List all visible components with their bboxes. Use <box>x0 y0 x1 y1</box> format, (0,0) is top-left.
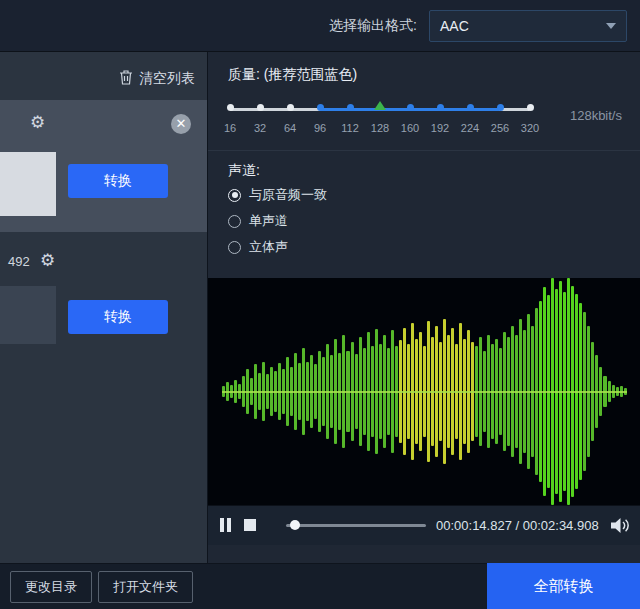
quality-marker-icon[interactable] <box>374 101 386 110</box>
tick-label: 96 <box>305 122 335 134</box>
tick-label: 32 <box>245 122 275 134</box>
radio-option-stereo[interactable]: 立体声 <box>228 238 288 256</box>
clear-list-button[interactable]: 清空列表 <box>119 70 195 88</box>
chevron-down-icon <box>606 23 616 29</box>
file-thumbnail <box>0 286 56 344</box>
waveform-centerline <box>222 391 627 393</box>
player-bar: 00:00:14.827 / 00:02:34.908 <box>208 505 640 545</box>
slider-tick-dot[interactable] <box>347 104 354 111</box>
settings-panel: 质量: (推荐范围蓝色) 163264961121281601922242563… <box>207 52 640 563</box>
quality-slider[interactable]: 16326496112128160192224256320 <box>222 96 542 148</box>
audio-converter-window: 选择输出格式: AAC 清空列表 ⚙ ✕ 转换 492 ⚙ 转换 质量: (推荐… <box>0 0 640 609</box>
trash-icon <box>119 70 133 88</box>
playback-progress-thumb[interactable] <box>290 520 300 530</box>
convert-button[interactable]: 转换 <box>68 300 168 334</box>
radio-button[interactable] <box>228 241 241 254</box>
close-icon[interactable]: ✕ <box>171 114 191 134</box>
slider-tick-dot[interactable] <box>407 104 414 111</box>
tick-label: 256 <box>485 122 515 134</box>
tick-label: 128 <box>365 122 395 134</box>
volume-icon[interactable] <box>611 517 631 538</box>
tick-label: 16 <box>215 122 245 134</box>
pause-icon[interactable] <box>220 518 231 532</box>
file-name: 492 <box>8 254 30 269</box>
change-directory-button[interactable]: 更改目录 <box>10 571 92 603</box>
radio-option-label: 单声道 <box>249 212 288 230</box>
slider-tick-dot[interactable] <box>527 104 534 111</box>
topbar: 选择输出格式: AAC <box>0 0 640 52</box>
footer-bar: 更改目录 打开文件夹 全部转换 <box>0 563 640 609</box>
slider-tick-dot[interactable] <box>287 104 294 111</box>
radio-option-same-as-source[interactable]: 与原音频一致 <box>228 186 327 204</box>
file-thumbnail <box>0 152 56 216</box>
tick-label: 224 <box>455 122 485 134</box>
file-list-panel: 清空列表 ⚙ ✕ 转换 492 ⚙ 转换 <box>0 52 207 563</box>
bitrate-readout: 128kbit/s <box>570 108 622 123</box>
slider-tick-dot[interactable] <box>227 104 234 111</box>
radio-button[interactable] <box>228 215 241 228</box>
convert-all-button[interactable]: 全部转换 <box>487 563 640 609</box>
radio-option-label: 与原音频一致 <box>249 186 327 204</box>
tick-label: 320 <box>515 122 545 134</box>
convert-button[interactable]: 转换 <box>68 164 168 198</box>
radio-option-label: 立体声 <box>249 238 288 256</box>
playback-progress-slider[interactable] <box>286 524 426 527</box>
slider-tick-dot[interactable] <box>257 104 264 111</box>
radio-button[interactable] <box>228 189 241 202</box>
gear-icon[interactable]: ⚙ <box>40 252 55 269</box>
waveform-display <box>208 278 640 505</box>
radio-option-mono[interactable]: 单声道 <box>228 212 288 230</box>
clear-list-label: 清空列表 <box>139 70 195 88</box>
output-format-select[interactable]: AAC <box>429 10 627 42</box>
section-divider <box>208 150 640 151</box>
tick-label: 160 <box>395 122 425 134</box>
file-card[interactable]: ⚙ ✕ 转换 <box>0 100 207 232</box>
slider-tick-dot[interactable] <box>437 104 444 111</box>
tick-label: 112 <box>335 122 365 134</box>
open-folder-button[interactable]: 打开文件夹 <box>98 571 193 603</box>
slider-tick-dot[interactable] <box>497 104 504 111</box>
tick-label: 64 <box>275 122 305 134</box>
quality-section-label: 质量: (推荐范围蓝色) <box>228 66 357 84</box>
time-display: 00:00:14.827 / 00:02:34.908 <box>436 518 599 533</box>
file-card[interactable]: 492 ⚙ 转换 <box>0 246 207 356</box>
output-format-value: AAC <box>440 18 469 34</box>
channels-section-label: 声道: <box>228 162 260 180</box>
slider-tick-dot[interactable] <box>467 104 474 111</box>
tick-label: 192 <box>425 122 455 134</box>
output-format-label: 选择输出格式: <box>329 17 417 35</box>
slider-tick-dot[interactable] <box>317 104 324 111</box>
stop-icon[interactable] <box>244 519 256 531</box>
gear-icon[interactable]: ⚙ <box>30 114 45 131</box>
